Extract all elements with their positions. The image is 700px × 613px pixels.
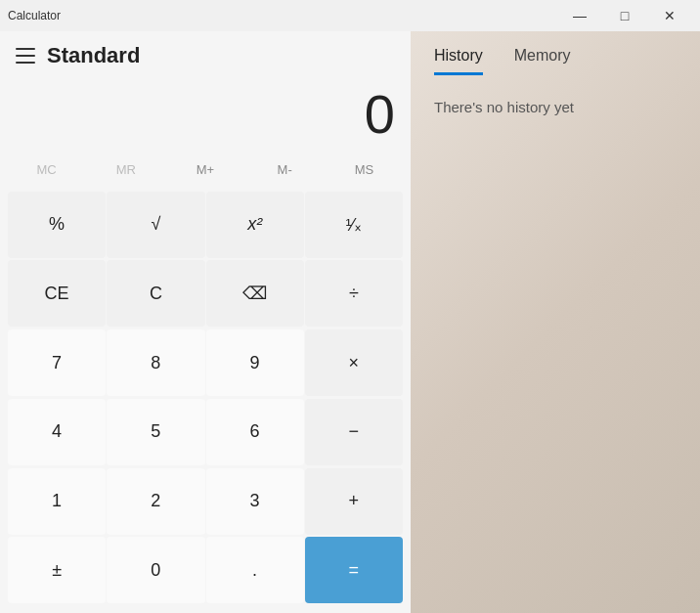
backspace-key[interactable]: ⌫ bbox=[206, 260, 304, 327]
maximize-button[interactable]: □ bbox=[602, 0, 647, 31]
reciprocal-key[interactable]: ¹⁄ₓ bbox=[305, 192, 403, 258]
square-key[interactable]: x² bbox=[206, 192, 304, 258]
memory-store-button[interactable]: MS bbox=[326, 153, 403, 188]
tab-history[interactable]: History bbox=[434, 47, 483, 75]
ce-key[interactable]: CE bbox=[8, 260, 106, 327]
memory-subtract-button[interactable]: M- bbox=[246, 153, 324, 188]
key-1[interactable]: 1 bbox=[8, 468, 106, 535]
hamburger-line-3 bbox=[16, 62, 35, 64]
equals-key[interactable]: = bbox=[305, 537, 403, 603]
key-4[interactable]: 4 bbox=[8, 399, 106, 465]
hamburger-line-2 bbox=[16, 55, 35, 57]
clear-key[interactable]: C bbox=[107, 260, 204, 327]
keypad: % √ x² ¹⁄ₓ CE C ⌫ ÷ 7 8 9 × 4 5 6 − 1 2 … bbox=[0, 192, 411, 613]
sqrt-key[interactable]: √ bbox=[107, 192, 204, 258]
tabs: History Memory bbox=[411, 31, 700, 75]
add-key[interactable]: + bbox=[305, 468, 403, 535]
memory-recall-button[interactable]: MR bbox=[87, 153, 164, 188]
no-history-text: There's no history yet bbox=[434, 99, 574, 115]
hamburger-line-1 bbox=[16, 48, 35, 50]
tab-memory[interactable]: Memory bbox=[514, 47, 571, 75]
history-content: There's no history yet bbox=[411, 75, 700, 613]
key-6[interactable]: 6 bbox=[206, 399, 304, 465]
multiply-key[interactable]: × bbox=[305, 329, 403, 396]
decimal-key[interactable]: . bbox=[206, 537, 304, 603]
key-8[interactable]: 8 bbox=[107, 329, 204, 396]
app-title: Calculator bbox=[8, 9, 61, 22]
title-bar: Calculator — □ ✕ bbox=[0, 0, 700, 31]
memory-add-button[interactable]: M+ bbox=[166, 153, 243, 188]
key-2[interactable]: 2 bbox=[107, 468, 204, 535]
key-3[interactable]: 3 bbox=[206, 468, 304, 535]
main-content: Standard 0 MC MR M+ M- MS % √ x² ¹⁄ₓ CE … bbox=[0, 31, 700, 613]
right-panel: History Memory There's no history yet bbox=[411, 31, 700, 613]
key-5[interactable]: 5 bbox=[107, 399, 204, 465]
calc-mode-title: Standard bbox=[47, 43, 140, 68]
key-9[interactable]: 9 bbox=[206, 329, 304, 396]
minimize-button[interactable]: — bbox=[557, 0, 602, 31]
negate-key[interactable]: ± bbox=[8, 537, 106, 603]
title-bar-left: Calculator bbox=[8, 9, 61, 22]
calc-header: Standard bbox=[0, 31, 411, 76]
key-7[interactable]: 7 bbox=[8, 329, 106, 396]
divide-key[interactable]: ÷ bbox=[305, 260, 403, 327]
calculator-panel: Standard 0 MC MR M+ M- MS % √ x² ¹⁄ₓ CE … bbox=[0, 31, 411, 613]
subtract-key[interactable]: − bbox=[305, 399, 403, 465]
calc-result: 0 bbox=[16, 84, 395, 145]
close-button[interactable]: ✕ bbox=[647, 0, 692, 31]
key-0[interactable]: 0 bbox=[107, 537, 204, 603]
hamburger-menu-icon[interactable] bbox=[16, 48, 35, 64]
memory-row: MC MR M+ M- MS bbox=[0, 149, 411, 192]
title-bar-controls: — □ ✕ bbox=[557, 0, 692, 31]
memory-clear-button[interactable]: MC bbox=[8, 153, 85, 188]
calc-display: 0 bbox=[0, 76, 411, 149]
percent-key[interactable]: % bbox=[8, 192, 106, 258]
